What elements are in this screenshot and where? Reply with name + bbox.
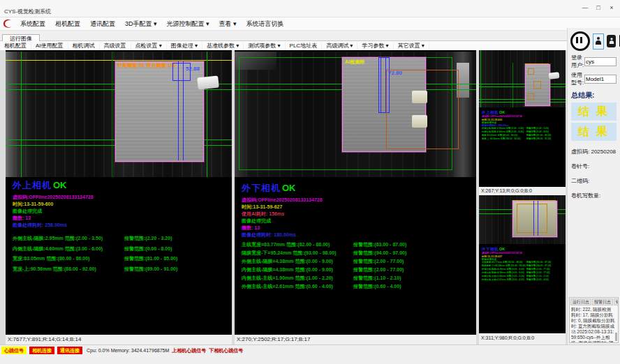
- pixel-coords-left: X:7677;Y:891;R:14;G:14;B:14: [6, 335, 232, 344]
- count-line: 圈数: 13: [13, 215, 94, 222]
- minimize-icon[interactable]: —: [580, 3, 591, 13]
- overlay-hline: [479, 84, 566, 84]
- tool-camera-debug[interactable]: 相机调试: [68, 42, 100, 50]
- ai-orange-box: [533, 81, 541, 89]
- measure-value: 内侧主线-隔膜:4.60mm 范围:(3.00 - 6.00): [13, 246, 103, 251]
- thumb-result-text: 外上相机OK 虚拟码:OFFline20250208133134728 时间:1…: [482, 110, 566, 141]
- bright-tab: [412, 115, 427, 128]
- elapsed-line: 图像处理耗时: 258.00ms: [13, 222, 94, 229]
- log-panel: 运行日志 报警日志 错误日志 耗时: 222, 隔膜检测耗时: 17, 隔膜分割…: [569, 297, 619, 343]
- menu-item-camera-config[interactable]: 相机配置: [50, 20, 85, 29]
- camera-thumb-image-top[interactable]: [479, 50, 566, 107]
- measure-rows: 外侧主线-隔膜:2.95mm 范围:(2.00 - 3.50)报警范围:(2.2…: [13, 235, 229, 275]
- log-tab-error[interactable]: 错误日志: [614, 298, 619, 305]
- measure-value: 宽度-上:90.56mm 范围:(88.00 - 92.00): [13, 266, 96, 271]
- bright-tab: [412, 91, 427, 103]
- pixel-coords-thumb-top: X:267;Y:13;R:0;G:0;B:0: [479, 187, 566, 195]
- measure-value: 主线宽度=83.77mm 范围:(82.00 - 88.00): [482, 261, 523, 264]
- measure-value-label: 52.88: [186, 66, 200, 72]
- menu-item-view[interactable]: 查看 ▾: [214, 20, 242, 29]
- tool-baseline-params[interactable]: 基准线参数 ▾: [202, 42, 244, 50]
- menu-item-light-control[interactable]: 光源控制配置 ▾: [162, 20, 214, 29]
- done-line: 图像处理完成: [13, 208, 94, 215]
- alarm-range: 报警范围:(81.00 - 85.00): [526, 134, 551, 137]
- model-label: 使用型号:: [571, 71, 584, 86]
- tool-test-params[interactable]: 测试项参数 ▾: [244, 42, 285, 50]
- camera-title: 外上相机OK: [13, 180, 94, 190]
- login-user-input[interactable]: [584, 57, 617, 66]
- app-window: CYS-视觉检测系统 — □ × 系统配置 相机配置 通讯配置 3D手配置 ▾ …: [0, 0, 620, 364]
- result-text-block: 外下相机OK 虚拟码:OFFline20250208133134728 时间:1…: [242, 183, 323, 238]
- tool-other-settings[interactable]: 其它设置 ▾: [394, 42, 429, 50]
- pause-button[interactable]: [570, 31, 590, 51]
- camera-thumb-image-bottom[interactable]: [479, 195, 566, 244]
- tool-image-processing[interactable]: 图像处理 ▾: [167, 42, 202, 50]
- toolbar: 相机配置 AI使用配置 相机调试 高级设置 点检设置 ▾ 图像处理 ▾ 基准线参…: [0, 41, 567, 51]
- alarm-range: 报警范围:(0.00 - 8.00): [526, 130, 549, 134]
- ai-orange-box: [517, 204, 547, 233]
- measure-row: 外侧主线-主线=2.61mm 范围:(0.60 - 4.00)报警范围:(0.6…: [242, 283, 473, 291]
- user-switch-button[interactable]: [607, 35, 616, 47]
- log-scrollbar[interactable]: [615, 333, 617, 341]
- ai-box-label: AI检测框: [345, 59, 364, 66]
- model-input[interactable]: [584, 75, 617, 84]
- menu-item-comm-config[interactable]: 通讯配置: [85, 20, 120, 29]
- measure-row: 外侧主线-隔膜:2.95mm 范围:(2.00 - 3.50)报警范围:(2.2…: [13, 235, 229, 245]
- tool-camera-config[interactable]: 相机配置: [0, 42, 31, 50]
- log-tabs: 运行日志 报警日志 错误日志: [570, 298, 618, 306]
- camera-name: 外下相机: [482, 247, 499, 251]
- menu-item-system-config[interactable]: 系统配置: [15, 20, 50, 29]
- result-indicator-2: 结 果: [571, 123, 617, 141]
- tool-spot-check[interactable]: 点检设置 ▾: [131, 42, 167, 50]
- measure-value: 外侧主线-主线=2.61mm 范围:(0.60 - 4.00): [242, 284, 333, 289]
- control-sidebar: → 登录用户: 使用型号: 总结果: 结 果 结 果 虚拟码: 20250208…: [567, 28, 620, 344]
- menu-item-3d-hand-config[interactable]: 3D手配置 ▾: [120, 20, 162, 29]
- camera-panel-outer-upper: 针高阈值:93, 咬合阈值:100 52.88 外上相机OK 虚拟码:OFFli…: [6, 50, 232, 335]
- tool-advanced-settings[interactable]: 高级设置: [100, 42, 131, 50]
- measure-row: 宽度-上:90.56mm 范围:(88.00 - 92.00)报警范围:(89.…: [482, 137, 566, 141]
- ai-orange-box: [528, 93, 534, 100]
- menu-bar: 系统配置 相机配置 通讯配置 3D手配置 ▾ 光源控制配置 ▾ 查看 ▾ 系统语…: [0, 17, 620, 31]
- alarm-range: 报警范围:(81.00 - 85.00): [124, 255, 177, 262]
- comm-connect-badge: 通讯连接: [57, 347, 82, 354]
- virtual-code-label: 虚拟码: 20250208: [571, 148, 617, 156]
- measure-value: 外侧主线-隔膜=4.38mm 范围:(0.00 - 9.00): [482, 268, 524, 271]
- login-user-label: 登录用户:: [571, 54, 584, 69]
- alarm-range: 报警范围:(2.00 - 77.00): [526, 268, 550, 271]
- status-ok: OK: [499, 247, 505, 251]
- overlay-hline: [479, 86, 566, 87]
- maximize-icon[interactable]: □: [593, 3, 604, 13]
- alarm-range: 报警范围:(2.20 - 3.20): [526, 127, 549, 130]
- measure-row: 内侧主线-隔膜:4.60mm 范围:(3.00 - 6.00)报警范围:(0.0…: [13, 245, 229, 256]
- measure-value: 内侧主线-主线=1.90mm 范围:(1.00 - 2.20): [482, 275, 524, 278]
- camera-image-outer-upper[interactable]: 针高阈值:93, 咬合阈值:100 52.88: [6, 52, 232, 177]
- tool-advanced-debug[interactable]: 高级调试 ▾: [322, 42, 357, 50]
- close-icon[interactable]: ×: [606, 3, 617, 13]
- measure-line: [538, 201, 538, 236]
- overlay-yellow-line: [525, 63, 549, 64]
- measure-value: 宽度:83.05mm 范围:(80.00 - 86.00): [482, 134, 517, 137]
- camera-title: 外下相机OK: [242, 183, 323, 193]
- measure-row: 外侧主线-主线=2.61mm 范围:(0.60 - 4.00)报警范围:(0.6…: [482, 278, 566, 282]
- overlay-vline: [21, 52, 22, 177]
- log-tab-run[interactable]: 运行日志: [570, 298, 591, 305]
- tool-ai-config[interactable]: AI使用配置: [31, 42, 68, 50]
- pixel-coords-mid: X:270;Y:2502;R:17;G:17;B:17: [235, 335, 476, 344]
- count-line: 圈数: 13: [242, 225, 323, 232]
- log-tab-alarm[interactable]: 报警日志: [592, 298, 613, 305]
- user-login-button[interactable]: [593, 33, 604, 50]
- menu-item-language-switch[interactable]: 系统语言切换: [242, 20, 289, 29]
- time-line: 时间:13-31-59-627: [242, 204, 323, 211]
- tool-plc-address[interactable]: PLC地址表: [286, 42, 323, 50]
- measure-value: 宽度-上:90.56mm 范围:(88.00 - 92.00): [482, 137, 521, 140]
- measure-row: 隔膜宽度-下=95.24mm 范围:(93.00 - 98.00)报警范围:(9…: [242, 250, 473, 258]
- result-indicator-1: 结 果: [571, 103, 617, 121]
- tool-learn-params[interactable]: 学习参数 ▾: [357, 42, 393, 50]
- camera-image-outer-lower[interactable]: AI检测框 72.80: [235, 52, 476, 177]
- alarm-range: 报警范围:(2.00 - 77.00): [353, 266, 404, 273]
- control-buttons: →: [570, 31, 619, 51]
- overlay-vline: [512, 63, 513, 107]
- measure-value: 外侧主线-隔膜=4.38mm 范围:(0.00 - 9.00): [242, 259, 333, 264]
- camera-name: 外下相机: [242, 183, 281, 193]
- login-user-row: 登录用户:: [571, 54, 617, 69]
